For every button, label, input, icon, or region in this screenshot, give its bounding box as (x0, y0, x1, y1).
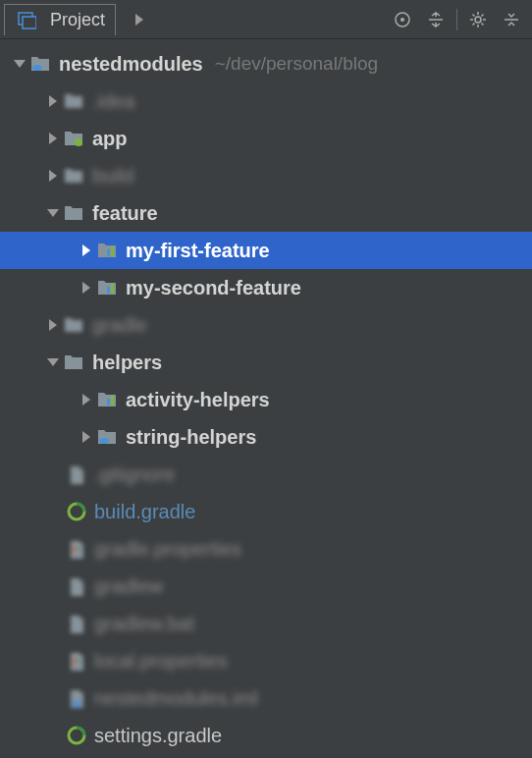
gear-icon[interactable] (467, 9, 489, 30)
module-folder-icon (96, 388, 120, 411)
root-path: ~/dev/personal/blog (215, 53, 378, 75)
tree-item-my-first-feature[interactable]: my-first-feature (0, 232, 532, 269)
module-folder-icon (96, 276, 120, 299)
item-label: .idea (92, 90, 134, 113)
item-label: gradlew (94, 575, 163, 598)
item-label: my-first-feature (126, 240, 270, 262)
gradle-file-icon (65, 724, 88, 747)
project-tab-label: Project (50, 10, 105, 30)
chevron-right-icon[interactable] (77, 427, 96, 447)
tree-item-gitignore[interactable]: .gitignore (0, 456, 532, 493)
item-label: helpers (92, 352, 162, 374)
item-label: .gitignore (94, 463, 175, 486)
chevron-right-icon[interactable] (43, 129, 63, 148)
item-label: nestedmodules.iml (94, 687, 258, 710)
item-label: settings.gradle (94, 725, 222, 747)
tree-item-string-helpers[interactable]: string-helpers (0, 418, 532, 456)
tree-item-local-properties[interactable]: local.properties (0, 642, 532, 679)
module-folder-icon (96, 239, 120, 262)
folder-icon (63, 351, 86, 374)
chevron-down-icon[interactable] (43, 352, 63, 372)
tree-item-feature[interactable]: feature (0, 194, 532, 232)
project-icon (15, 8, 38, 31)
target-icon[interactable] (392, 9, 413, 30)
item-label: app (92, 128, 128, 150)
java-folder-icon (96, 425, 120, 449)
chevron-right-icon[interactable] (43, 166, 63, 186)
folder-icon (63, 313, 86, 337)
chevron-right-icon[interactable] (43, 315, 63, 335)
chevron-down-icon[interactable] (43, 203, 63, 223)
run-arrow-icon[interactable] (130, 10, 149, 29)
iml-file-icon (65, 686, 88, 710)
project-tab[interactable]: Project (4, 4, 116, 35)
folder-icon (63, 164, 86, 188)
tree-item-app[interactable]: app (0, 120, 532, 157)
item-label: build.gradle (94, 501, 195, 523)
item-label: activity-helpers (126, 389, 270, 411)
file-icon (65, 574, 88, 598)
item-label: feature (92, 202, 158, 225)
tree-item-iml[interactable]: nestedmodules.iml (0, 679, 532, 717)
tree-root[interactable]: nestedmodules ~/dev/personal/blog (0, 45, 532, 82)
item-label: build (92, 165, 133, 188)
project-toolbar: Project (0, 0, 532, 39)
tree-item-gradlew[interactable]: gradlew (0, 568, 532, 605)
tree-item-activity-helpers[interactable]: activity-helpers (0, 381, 532, 418)
folder-dot-icon (63, 127, 86, 150)
item-label: gradle.properties (94, 538, 241, 561)
file-icon (65, 462, 88, 486)
chevron-right-icon[interactable] (77, 278, 96, 298)
chevron-down-icon[interactable] (10, 54, 29, 74)
item-label: my-second-feature (126, 277, 301, 299)
item-label: string-helpers (126, 426, 256, 449)
tree-item-my-second-feature[interactable]: my-second-feature (0, 269, 532, 306)
chevron-right-icon[interactable] (77, 390, 96, 409)
chevron-right-icon[interactable] (43, 91, 63, 111)
root-label: nestedmodules (59, 53, 203, 76)
properties-file-icon (65, 649, 88, 673)
tree-item-gradle-dir[interactable]: gradle (0, 306, 532, 344)
folder-icon (63, 89, 86, 113)
java-folder-icon (29, 52, 53, 76)
item-label: gradlew.bat (94, 613, 194, 635)
toolbar-divider (456, 9, 457, 30)
tree-item-gradle-properties[interactable]: gradle.properties (0, 530, 532, 568)
chevron-right-icon[interactable] (77, 241, 96, 260)
item-label: local.properties (94, 650, 228, 673)
project-tree: nestedmodules ~/dev/personal/blog .idea … (0, 39, 532, 754)
tree-item-settings-gradle[interactable]: settings.gradle (0, 717, 532, 754)
tree-item-build[interactable]: build (0, 157, 532, 194)
item-label: gradle (92, 314, 147, 337)
tree-item-helpers[interactable]: helpers (0, 344, 532, 381)
tree-item-gradlew-bat[interactable]: gradlew.bat (0, 605, 532, 642)
gradle-file-icon (65, 500, 88, 523)
file-icon (65, 612, 88, 635)
tree-item-idea[interactable]: .idea (0, 82, 532, 120)
collapse-icon[interactable] (501, 9, 522, 30)
folder-icon (63, 201, 86, 225)
tree-item-build-gradle[interactable]: build.gradle (0, 493, 532, 530)
properties-file-icon (65, 537, 88, 561)
splitter-icon[interactable] (425, 9, 447, 30)
